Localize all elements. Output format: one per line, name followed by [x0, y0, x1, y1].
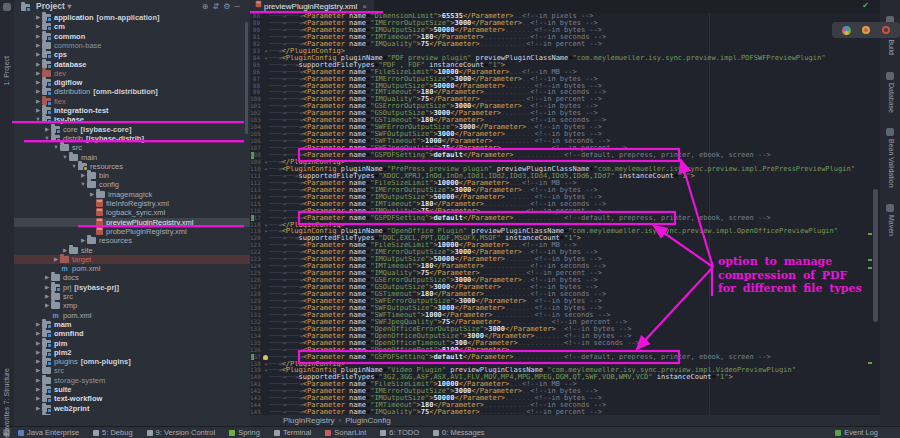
code-viewport[interactable]: 88───◄───◄<Parameter name="DimensionLimi… [250, 13, 880, 415]
code-line-94[interactable]: 94▾──◄<PluginConfig pluginName="PDF prev… [250, 55, 880, 62]
tree-item-common-base[interactable]: ▶common-base [14, 41, 251, 50]
tree-expand-icon[interactable]: ▶ [34, 366, 42, 375]
tree-expand-icon[interactable]: ▶ [34, 394, 42, 403]
recorder-stop-icon[interactable] [882, 26, 890, 34]
project-scrollbar[interactable] [245, 22, 248, 134]
code-line-107[interactable]: 107───◄───◄<Parameter name="SWFJpegQuali… [250, 145, 880, 152]
tree-item-pim[interactable]: ▶pim [14, 339, 251, 348]
code-line-88[interactable]: 88───◄───◄<Parameter name="DimensionLimi… [250, 13, 880, 20]
tree-expand-icon[interactable]: ▼ [61, 153, 69, 162]
project-tree[interactable]: ▶application[omn-application]▶cm▶common▶… [14, 13, 250, 415]
tree-expand-icon[interactable]: ▶ [43, 273, 51, 282]
tree-expand-icon[interactable]: ▶ [43, 125, 51, 134]
code-line-105[interactable]: 105───◄───◄<Parameter name="SWFOutputSiz… [250, 131, 880, 138]
tree-expand-icon[interactable]: ▶ [34, 320, 42, 329]
code-line-137[interactable]: 137───◄───◄<Parameter name="GSPDFSetting… [250, 354, 880, 361]
tree-item-pom-xml[interactable]: mpom.xml [14, 264, 251, 273]
breadcrumb-item-pluginregistry[interactable]: PluginRegistry [283, 416, 335, 425]
tree-expand-icon[interactable]: ▶ [34, 87, 42, 96]
code-line-106[interactable]: 106───◄───◄<Parameter name="SWFTimeout">… [250, 138, 880, 145]
hide-icon[interactable]: ─ [234, 2, 244, 11]
code-line-115[interactable]: 115───◄───◄<Parameter name="IMTimeout">1… [250, 201, 880, 208]
code-line-117[interactable]: 117───◄───◄<Parameter name="GSPDFSetting… [250, 215, 880, 222]
vcs-stripe-mark[interactable] [868, 233, 872, 235]
toolwindow-maven-button[interactable]: Maven [888, 215, 895, 236]
code-line-144[interactable]: 144───◄───◄<Parameter name="IMTimeout">1… [250, 402, 880, 409]
tree-item-cm[interactable]: ▶cm [14, 22, 251, 31]
code-line-108[interactable]: 108───◄───◄<Parameter name="GSPDFSetting… [250, 152, 880, 159]
code-line-99[interactable]: 99───◄───◄<Parameter name="IMTimeout">18… [250, 89, 880, 96]
toolwindow-web-button[interactable]: Web [3, 430, 10, 438]
code-line-89[interactable]: 89───◄───◄<Parameter name="IMErrorOutput… [250, 20, 880, 27]
tree-expand-icon[interactable]: ▼ [52, 143, 60, 152]
code-line-139[interactable]: 139▾──◄<PluginConfig pluginName="Video P… [250, 367, 880, 374]
code-line-112[interactable]: 112───◄───◄<Parameter name="FileSizeLimi… [250, 180, 880, 187]
code-line-111[interactable]: 111───◄──◄supportedFileTypes="XDOC,XPRJ,… [250, 173, 880, 180]
tree-expand-icon[interactable]: ▶ [34, 32, 42, 41]
tree-item-pom-xml[interactable]: mpom.xml [14, 311, 251, 320]
tree-item-database[interactable]: ▶database [14, 60, 251, 69]
tab-previewpluginregistry[interactable]: previewPluginRegistry.xml× [250, 0, 374, 13]
code-line-97[interactable]: 97───◄───◄<Parameter name="IMErrorOutput… [250, 76, 880, 83]
status-item-0-messages[interactable]: 0: Messages [433, 427, 485, 438]
vcs-stripe-mark[interactable] [868, 362, 872, 364]
tree-expand-icon[interactable]: ▶ [79, 171, 87, 180]
status-item-event-log[interactable]: Event Log [835, 427, 878, 438]
tree-item-fileinforegistry-xml[interactable]: fileInfoRegistry.xml [14, 199, 251, 208]
tree-item-previewpluginregistry-xml[interactable]: previewPluginRegistry.xml [14, 218, 251, 227]
tree-item-main[interactable]: ▼main [14, 153, 251, 162]
tree-expand-icon[interactable]: ▼ [34, 115, 42, 124]
toolwindow-project-button[interactable]: 1: Project [3, 56, 10, 86]
toolwindow-structure-button[interactable]: 7: Structure [3, 368, 10, 404]
tree-item-docs[interactable]: ▶docs [14, 273, 251, 282]
intention-bulb-icon[interactable] [263, 355, 268, 360]
code-line-93[interactable]: 93▾──◄</PluginConfig> [250, 48, 880, 55]
tree-expand-icon[interactable]: ▶ [34, 78, 42, 87]
tree-expand-icon[interactable]: ▶ [34, 348, 42, 357]
tree-expand-icon[interactable]: ▶ [34, 404, 42, 413]
toolwindow-database-button[interactable]: Database [888, 83, 895, 113]
tree-item-plugins[interactable]: ▶plugins[omn-plugins] [14, 357, 251, 366]
tree-item-isy-base[interactable]: ▼isy-base [14, 115, 251, 124]
code-line-124[interactable]: 124───◄───◄<Parameter name="IMTimeout">1… [250, 263, 880, 270]
code-line-101[interactable]: 101───◄───◄<Parameter name="GSErrorOutpu… [250, 103, 880, 110]
tree-expand-icon[interactable]: ▼ [43, 134, 51, 143]
tree-expand-icon[interactable]: ▶ [34, 97, 42, 106]
code-line-136[interactable]: 136───◄───◄<Parameter name="OpenOfficePo… [250, 347, 880, 354]
code-line-118[interactable]: 118▾──◄</PluginConfig> [250, 222, 880, 229]
recorder-color-icon[interactable] [842, 26, 851, 35]
tree-item-resources[interactable]: ▶resources [14, 236, 251, 245]
settings-gear-icon[interactable]: ⚙ [223, 2, 234, 11]
tree-item-flex[interactable]: ▶flex [14, 97, 251, 106]
tree-item-src[interactable]: ▼src [14, 143, 251, 152]
code-line-126[interactable]: 126───◄───◄<Parameter name="GSErrorOutpu… [250, 277, 880, 284]
tree-expand-icon[interactable]: ▶ [52, 255, 60, 264]
code-line-104[interactable]: 104───◄───◄<Parameter name="SWFErrorOutp… [250, 124, 880, 131]
breadcrumb-item-pluginconfig[interactable]: PluginConfig [345, 416, 390, 425]
tree-item-target[interactable]: ▶target [14, 255, 251, 264]
tree-expand-icon[interactable]: ▶ [34, 69, 42, 78]
code-line-110[interactable]: 110▾──◄<PluginConfig pluginName="PrePres… [250, 166, 880, 173]
code-line-109[interactable]: 109▾──◄</PluginConfig> [250, 159, 880, 166]
code-line-120[interactable]: 120───◄──◄supportedFileTypes="DOC,EXCL,P… [250, 235, 880, 242]
status-item-6-todo[interactable]: 6: TODO [380, 427, 419, 438]
tree-item-cps[interactable]: ▶cps [14, 50, 251, 59]
tree-item-src[interactable]: ▶src [14, 366, 251, 375]
editor-scrollbar[interactable] [873, 189, 878, 322]
tree-item-resources[interactable]: ▼resources [14, 162, 251, 171]
tree-expand-icon[interactable]: ▶ [34, 385, 42, 394]
code-line-135[interactable]: 135───◄───◄<Parameter name="OpenOfficeTi… [250, 340, 880, 347]
tree-item-pim2[interactable]: ▶pim2 [14, 348, 251, 357]
tree-item-xmp[interactable]: ▶xmp [14, 301, 251, 310]
tree-item-dev[interactable]: ▶dev [14, 69, 251, 78]
code-line-140[interactable]: 140───◄──◄supportedFileTypes="3G2,3GG,AS… [250, 374, 880, 381]
code-line-133[interactable]: 133───◄───◄<Parameter name="OpenOfficeEr… [250, 326, 880, 333]
code-line-131[interactable]: 131───◄───◄<Parameter name="SWFTimeout">… [250, 312, 880, 319]
code-line-127[interactable]: 127───◄───◄<Parameter name="GSOutputSize… [250, 284, 880, 291]
code-line-91[interactable]: 91───◄───◄<Parameter name="IMTimeout">18… [250, 34, 880, 41]
tree-item-storage-system[interactable]: ▶storage-system [14, 376, 251, 385]
tree-item-bin[interactable]: ▶bin [14, 171, 251, 180]
tree-item-mam[interactable]: ▶mam [14, 320, 251, 329]
close-icon[interactable]: × [362, 2, 367, 11]
tree-item-distribution[interactable]: ▶distribution[omn-distribution] [14, 87, 251, 96]
